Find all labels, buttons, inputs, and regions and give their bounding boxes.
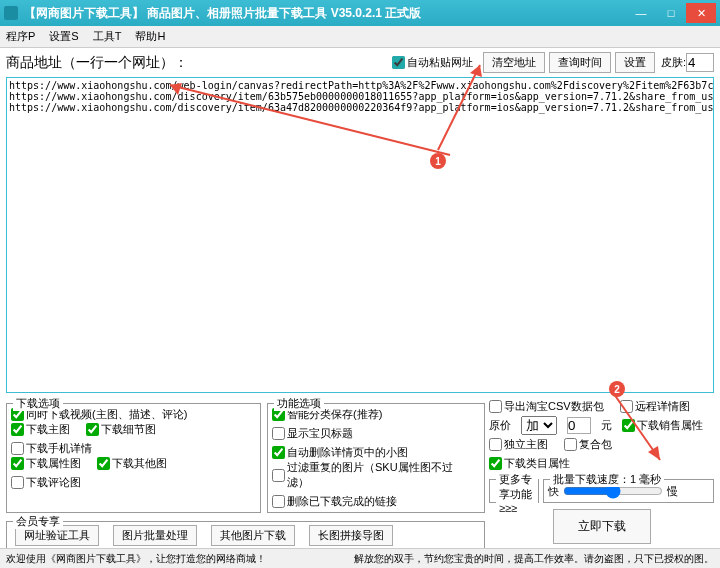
del-done-links-checkbox[interactable] [272, 495, 285, 508]
member-title: 会员专享 [13, 514, 63, 529]
export-csv-checkbox[interactable] [489, 400, 502, 413]
function-options-title: 功能选项 [274, 396, 324, 411]
menu-settings[interactable]: 设置S [49, 29, 78, 44]
detail-img-checkbox[interactable] [86, 423, 99, 436]
status-right: 解放您的双手，节约您宝贵的时间，提高工作效率。请勿盗图，只下已授权的图。 [354, 552, 714, 566]
skin-label: 皮肤: [661, 55, 686, 70]
app-icon [4, 6, 18, 20]
indep-main-checkbox[interactable] [489, 438, 502, 451]
composite-checkbox[interactable] [564, 438, 577, 451]
auto-paste-checkbox[interactable] [392, 56, 405, 69]
download-now-button[interactable]: 立即下载 [553, 509, 651, 544]
url-textarea[interactable]: https://www.xiaohongshu.com/web-login/ca… [6, 77, 714, 393]
review-checkbox[interactable] [11, 476, 24, 489]
price-op-select[interactable]: 加 [521, 416, 557, 435]
clear-address-button[interactable]: 清空地址 [483, 52, 545, 73]
other-checkbox[interactable] [97, 457, 110, 470]
maximize-button[interactable]: □ [656, 3, 686, 23]
more-title: 更多专享功能≥≥≥ [496, 472, 538, 514]
menu-help[interactable]: 帮助H [135, 29, 165, 44]
batch-process-button[interactable]: 图片批量处理 [113, 525, 197, 546]
sale-prop-checkbox[interactable] [622, 419, 635, 432]
long-img-button[interactable]: 长图拼接导图 [309, 525, 393, 546]
speed-title: 批量下载速度：1 毫秒 [550, 472, 664, 487]
main-img-checkbox[interactable] [11, 423, 24, 436]
annotation-2: 2 [609, 381, 625, 397]
settings-button[interactable]: 设置 [615, 52, 655, 73]
remote-detail-checkbox[interactable] [620, 400, 633, 413]
address-label: 商品地址（一行一个网址）： [6, 54, 188, 72]
close-button[interactable]: ✕ [686, 3, 716, 23]
auto-del-junk-checkbox[interactable] [272, 446, 285, 459]
cat-prop-checkbox[interactable] [489, 457, 502, 470]
filter-dup-checkbox[interactable] [272, 469, 285, 482]
minimize-button[interactable]: — [626, 3, 656, 23]
window-title: 【网商图片下载工具】 商品图片、相册照片批量下载工具 V35.0.2.1 正式版 [24, 5, 626, 22]
mobile-detail-checkbox[interactable] [11, 442, 24, 455]
skin-select[interactable] [686, 53, 714, 72]
status-left: 欢迎使用《网商图片下载工具》，让您打造您的网络商城！ [6, 552, 266, 566]
query-time-button[interactable]: 查询时间 [549, 52, 611, 73]
taobao-title-checkbox[interactable] [272, 427, 285, 440]
download-options-title: 下载选项 [13, 396, 63, 411]
props-checkbox[interactable] [11, 457, 24, 470]
price-value-input[interactable] [567, 417, 591, 434]
annotation-1: 1 [430, 153, 446, 169]
menu-tools[interactable]: 工具T [93, 29, 122, 44]
menu-program[interactable]: 程序P [6, 29, 35, 44]
other-download-button[interactable]: 其他图片下载 [211, 525, 295, 546]
